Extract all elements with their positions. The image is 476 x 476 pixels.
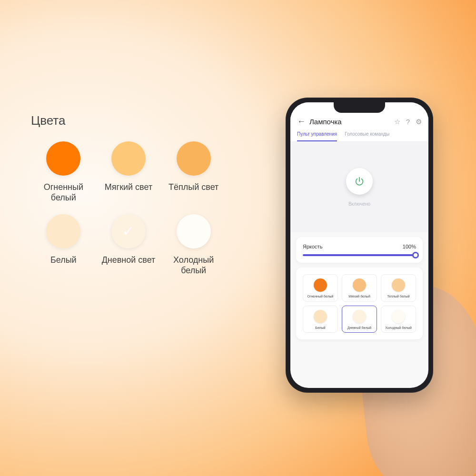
swatch-circle: ✓ — [111, 214, 146, 248]
color-option[interactable]: Холодный белый — [381, 306, 416, 333]
app-tabs: Пульт управленияГолосовые команды — [297, 131, 422, 141]
color-option[interactable]: Теплый белый — [381, 274, 416, 302]
swatch-circle — [46, 141, 80, 176]
power-status-label: Включено — [348, 201, 370, 207]
palette-swatch: Холодный белый — [161, 214, 226, 276]
swatch-circle — [177, 214, 211, 248]
palette-swatch: Белый — [31, 214, 96, 276]
app-screen: ← Лампочка ☆ ? ⚙ Пульт управленияГолосов… — [290, 102, 428, 388]
swatch-label: Мягкий свет — [105, 182, 152, 193]
back-icon[interactable]: ← — [297, 117, 306, 127]
palette-swatch: Огненный белый — [31, 141, 96, 203]
app-title: Лампочка — [309, 118, 390, 126]
color-option-label: Белый — [315, 326, 325, 330]
help-icon[interactable]: ? — [406, 118, 410, 126]
swatch-label: Огненный белый — [44, 182, 83, 203]
brightness-card: Яркость 100% — [296, 237, 423, 263]
swatch-circle — [111, 141, 146, 176]
star-icon[interactable]: ☆ — [394, 118, 400, 126]
color-card: Огненный белыйМягкий белыйТеплый белыйБе… — [296, 268, 423, 339]
color-dot-icon — [314, 278, 327, 292]
palette-swatch: Тёплый свет — [161, 141, 226, 203]
color-dot-icon — [392, 310, 405, 323]
swatch-label: Тёплый свет — [169, 182, 218, 193]
color-option-label: Холодный белый — [385, 326, 412, 330]
color-option-label: Мягкий белый — [348, 295, 370, 298]
color-option-label: Дневной белый — [347, 326, 371, 330]
tab-1[interactable]: Голосовые команды — [345, 131, 389, 141]
brightness-value: 100% — [403, 244, 416, 249]
color-option-label: Огненный белый — [307, 295, 334, 298]
check-icon: ✓ — [122, 224, 134, 238]
palette-grid: Огненный белыйМягкий светТёплый светБелы… — [31, 141, 226, 276]
swatch-circle — [46, 214, 80, 248]
swatch-circle — [177, 141, 211, 176]
power-button[interactable] — [346, 168, 373, 195]
color-dot-icon — [353, 278, 366, 292]
swatch-label: Дневной свет — [102, 255, 156, 266]
swatch-label: Холодный белый — [173, 255, 214, 276]
color-dot-icon — [353, 310, 366, 323]
brightness-slider[interactable] — [303, 254, 416, 256]
power-icon — [354, 176, 365, 187]
color-option[interactable]: Огненный белый — [303, 274, 338, 302]
color-grid: Огненный белыйМягкий белыйТеплый белыйБе… — [303, 274, 416, 333]
color-option-label: Теплый белый — [387, 295, 409, 298]
swatch-label: Белый — [50, 255, 77, 266]
palette-swatch: Мягкий свет — [96, 141, 161, 203]
power-section: Включено — [290, 142, 428, 232]
phone-notch — [334, 102, 385, 113]
palette-swatch: ✓Дневной свет — [96, 214, 161, 276]
color-dot-icon — [392, 278, 405, 292]
color-option[interactable]: Белый — [303, 306, 338, 333]
palette-panel: Цвета Огненный белыйМягкий светТёплый св… — [31, 113, 226, 276]
brightness-label: Яркость — [303, 244, 322, 249]
color-option[interactable]: Мягкий белый — [342, 274, 377, 302]
color-dot-icon — [314, 310, 327, 323]
tab-0[interactable]: Пульт управления — [297, 131, 337, 141]
color-option[interactable]: Дневной белый — [342, 306, 377, 333]
phone-device: ← Лампочка ☆ ? ⚙ Пульт управленияГолосов… — [286, 98, 433, 393]
palette-title: Цвета — [31, 113, 226, 128]
gear-icon[interactable]: ⚙ — [416, 118, 422, 126]
slider-thumb-icon[interactable] — [412, 252, 419, 258]
